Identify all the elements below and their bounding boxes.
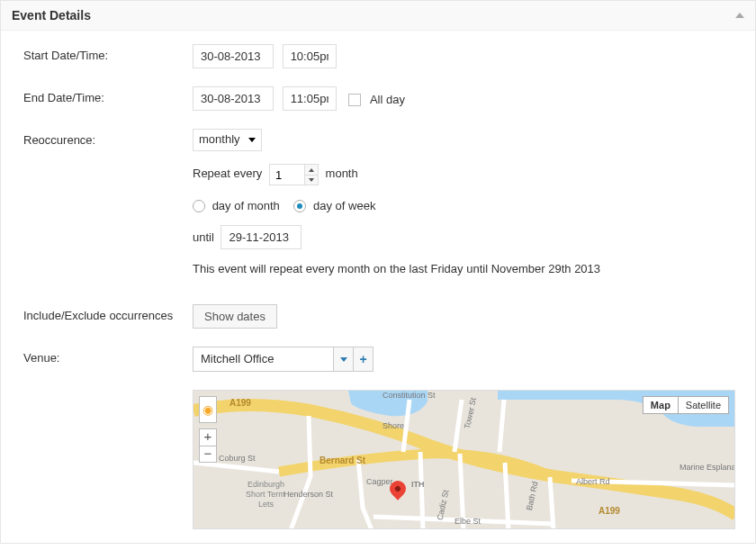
day-of-month-radio[interactable] <box>193 200 205 212</box>
map-pin-icon <box>390 481 406 497</box>
road-label: Coburg St <box>219 454 256 463</box>
road-label: A199 <box>598 506 620 516</box>
road-label: Bernard St <box>320 455 365 465</box>
venue-value: Mitchell Office <box>194 347 333 371</box>
spinner-up-button[interactable] <box>305 165 318 175</box>
road-label: A199 <box>230 398 251 408</box>
poi-label: Edinburgh <box>248 480 284 489</box>
repeat-interval-stepper[interactable] <box>269 164 319 185</box>
triangle-up-icon <box>309 168 314 172</box>
repeat-every-label-prefix: Repeat every <box>193 167 262 180</box>
triangle-down-icon <box>309 178 314 182</box>
map-zoom-control: + − <box>199 428 217 463</box>
poi-label: Lets <box>258 500 274 509</box>
road-label: Henderson St <box>284 490 333 499</box>
venue-dropdown-button[interactable] <box>333 347 353 371</box>
all-day-label: All day <box>370 93 405 106</box>
map-type-switch: Map Satellite <box>643 396 729 414</box>
collapse-icon[interactable] <box>735 13 744 18</box>
all-day-checkbox[interactable] <box>348 94 361 106</box>
until-label: until <box>193 230 214 244</box>
repeat-every-label-suffix: month <box>326 167 358 180</box>
road-label: Marine Esplanade <box>680 463 735 472</box>
streetview-pegman[interactable]: ◉ <box>199 396 217 423</box>
venue-add-button[interactable]: + <box>353 347 373 371</box>
zoom-out-button[interactable]: − <box>200 446 216 462</box>
map-type-map[interactable]: Map <box>644 397 678 413</box>
zoom-in-button[interactable]: + <box>200 429 216 446</box>
plus-icon: + <box>359 353 366 365</box>
end-time-input[interactable] <box>283 86 337 111</box>
road-label: Constitution St <box>382 391 436 400</box>
end-datetime-label: End Date/Time: <box>23 86 193 104</box>
venue-combobox[interactable]: Mitchell Office + <box>193 347 374 372</box>
start-datetime-label: Start Date/Time: <box>23 44 193 62</box>
pegman-icon: ◉ <box>202 402 213 417</box>
day-of-week-radio[interactable] <box>293 200 306 212</box>
day-of-week-label: day of week <box>313 199 375 212</box>
venue-label: Venue: <box>23 347 193 365</box>
road-label: Albert Rd <box>576 477 610 486</box>
panel-title: Event Details <box>12 8 91 23</box>
event-details-panel: Event Details Start Date/Time: End Date/… <box>0 0 756 544</box>
venue-map[interactable]: A199 A199 Bernard St Coburg St Henderson… <box>193 390 735 529</box>
chevron-down-icon <box>248 138 256 142</box>
map-type-satellite[interactable]: Satellite <box>678 397 728 413</box>
until-date-input[interactable] <box>220 225 302 249</box>
road-label: Shore <box>382 421 404 430</box>
caret-down-icon <box>340 357 347 362</box>
road-label: ITH <box>411 480 425 489</box>
spinner-down-button[interactable] <box>305 175 318 185</box>
start-date-input[interactable] <box>193 44 274 68</box>
repeat-interval-input[interactable] <box>270 165 304 185</box>
panel-header[interactable]: Event Details <box>1 1 755 31</box>
include-exclude-label: Include/Exclude occurrences <box>23 304 193 322</box>
day-of-month-label: day of month <box>212 199 280 212</box>
end-date-input[interactable] <box>193 86 274 111</box>
reoccurence-label: Reoccurence: <box>23 129 193 147</box>
recurrence-frequency-select[interactable]: monthly <box>193 129 262 151</box>
start-time-input[interactable] <box>283 44 337 68</box>
poi-label: Short Term <box>246 490 285 499</box>
show-dates-button[interactable]: Show dates <box>193 304 277 329</box>
road-label: Elbe St <box>454 517 481 526</box>
recurrence-summary: This event will repeat every month on th… <box>193 262 733 275</box>
